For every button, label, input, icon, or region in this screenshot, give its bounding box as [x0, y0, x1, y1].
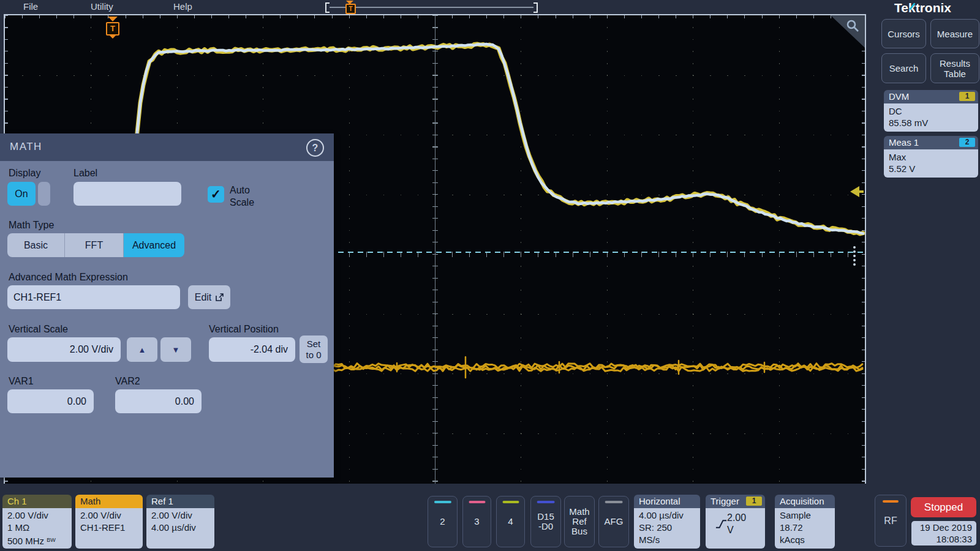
horizontal-scale: 4.00 µs/div	[639, 509, 695, 522]
horizontal-badge[interactable]: Horizontal 4.00 µs/div SR: 250 MS/s RL: …	[634, 495, 700, 549]
channel-2-button[interactable]: 2	[428, 496, 458, 547]
acquisition-badge-header: Acquisition	[775, 495, 835, 508]
ref1-hscale: 4.00 µs/div	[151, 522, 209, 534]
var1-input[interactable]: 0.00	[7, 389, 94, 413]
rising-edge-slope-icon	[715, 519, 727, 529]
meas1-badge[interactable]: Meas 1 2 Max 5.52 V	[884, 136, 978, 178]
var1-label: VAR1	[9, 376, 34, 387]
trigger-source-badge: 1	[746, 497, 762, 506]
channel-3-button[interactable]: 3	[462, 496, 491, 547]
meas1-source-badge: 2	[959, 138, 975, 147]
math-type-advanced[interactable]: Advanced	[124, 233, 184, 257]
channel-4-button[interactable]: 4	[496, 496, 525, 547]
math-ref-bus-button[interactable]: Math Ref Bus	[564, 496, 595, 547]
math-type-fft[interactable]: FFT	[65, 233, 124, 257]
math-type-group: Basic FFT Advanced	[7, 233, 184, 257]
menu-file[interactable]: File	[23, 1, 38, 12]
hpos-track	[330, 7, 533, 8]
bandwidth-suffix: BW	[47, 537, 56, 543]
display-on-button[interactable]: On	[7, 182, 36, 206]
math-ref-bus-label: Math Ref Bus	[569, 507, 589, 536]
hpos-left-bracket	[325, 2, 330, 13]
trigger-flag-label: T	[106, 22, 119, 36]
label-label: Label	[74, 168, 97, 179]
edit-button-label: Edit	[195, 292, 212, 303]
digital-channels-color-bar	[537, 501, 555, 503]
channel-3-color-bar	[469, 501, 485, 503]
label-input[interactable]	[74, 182, 181, 206]
dvm-value: 85.58 mV	[889, 117, 973, 129]
horizontal-badge-body: 4.00 µs/div SR: 250 MS/s RL: 10 kpts	[634, 508, 700, 549]
menu-utility[interactable]: Utility	[91, 1, 113, 12]
dvm-badge[interactable]: DVM 1 DC 85.58 mV	[884, 90, 978, 132]
math-trace-drag-handle[interactable]	[853, 246, 856, 266]
set-to-zero-button[interactable]: Set to 0	[300, 335, 328, 363]
expression-label: Advanced Math Expression	[9, 272, 128, 283]
rf-button[interactable]: RF	[875, 495, 907, 547]
display-off-segment[interactable]	[38, 182, 50, 206]
math-badge-header: Math	[75, 495, 143, 508]
tektronix-logo: Tektronix	[894, 1, 951, 15]
horizontal-record-length: RL: 10 kpts	[639, 546, 695, 549]
menu-bar: File Utility Help T	[0, 0, 980, 14]
hpos-right-bracket	[533, 2, 538, 13]
math-panel-header[interactable]: MATH ?	[0, 133, 334, 161]
math-type-basic[interactable]: Basic	[7, 233, 65, 257]
scale-up-button[interactable]: ▲	[127, 337, 157, 362]
math-scale: 2.00 V/div	[80, 509, 138, 522]
dvm-title: DVM	[889, 91, 909, 102]
meas1-badge-header: Meas 1 2	[884, 136, 978, 149]
dvm-badge-body: DC 85.58 mV	[884, 103, 978, 132]
digital-channels-button[interactable]: D15 -D0	[530, 496, 561, 547]
up-arrow-icon: ▲	[138, 345, 146, 354]
search-button[interactable]: Search	[881, 53, 926, 83]
vertical-position-input[interactable]: -2.04 div	[209, 337, 295, 362]
acquisition-count: 18.72 kAcqs	[780, 522, 830, 546]
expression-input[interactable]: CH1-REF1	[7, 285, 180, 309]
hpos-trigger-marker[interactable]: T	[345, 4, 356, 14]
scale-down-button[interactable]: ▼	[160, 337, 191, 362]
bottom-bar: Ch 1 2.00 V/div 1 MΩ 500 MHz BW Math 2.0…	[0, 484, 980, 551]
results-table-button[interactable]: Results Table	[930, 53, 979, 83]
date: 19 Dec 2019	[911, 522, 972, 533]
run-state-indicator[interactable]: Stopped	[911, 497, 976, 517]
help-icon[interactable]: ?	[306, 139, 324, 157]
edit-external-icon	[216, 293, 224, 301]
autoscale-checkbox[interactable]: ✓	[208, 186, 224, 203]
datetime-display: 19 Dec 2019 18:08:33	[911, 521, 976, 545]
ref1-badge-header: Ref 1	[146, 495, 214, 508]
trigger-level-arrow-icon[interactable]	[850, 186, 859, 197]
trigger-title: Trigger	[710, 496, 739, 506]
trigger-badge[interactable]: Trigger 1 2.00 V	[706, 495, 765, 549]
ch1-scale: 2.00 V/div	[7, 509, 67, 522]
trigger-position-flag[interactable]: T	[105, 17, 120, 39]
ch1-badge[interactable]: Ch 1 2.00 V/div 1 MΩ 500 MHz BW	[2, 495, 72, 549]
acquisition-badge-body: Sample 18.72 kAcqs	[775, 508, 835, 549]
math-badge[interactable]: Math 2.00 V/div CH1-REF1	[75, 495, 143, 549]
autoscale-label: Auto Scale	[230, 184, 254, 209]
afg-button[interactable]: AFG	[598, 496, 629, 547]
ref1-badge-body: 2.00 V/div 4.00 µs/div	[146, 508, 214, 549]
math-ref-bus-color-bar	[571, 501, 589, 503]
dvm-source-badge: 1	[959, 92, 975, 101]
var2-input[interactable]: 0.00	[115, 389, 202, 413]
ch1-badge-body: 2.00 V/div 1 MΩ 500 MHz BW	[2, 508, 72, 549]
menu-help[interactable]: Help	[173, 1, 192, 12]
vertical-scale-label: Vertical Scale	[9, 324, 68, 335]
acquisition-badge[interactable]: Acquisition Sample 18.72 kAcqs	[775, 495, 835, 549]
ref1-badge[interactable]: Ref 1 2.00 V/div 4.00 µs/div	[146, 495, 214, 549]
rf-label: RF	[884, 515, 897, 527]
vertical-scale-input[interactable]: 2.00 V/div	[7, 337, 121, 362]
trigger-badge-body: 2.00 V	[706, 508, 765, 549]
ch1-bandwidth: 500 MHz BW	[7, 534, 67, 547]
channel-3-label: 3	[474, 517, 479, 527]
math-panel-title: MATH	[10, 141, 42, 153]
ref1-vscale: 2.00 V/div	[151, 509, 209, 522]
channel-4-label: 4	[508, 517, 513, 527]
edit-button[interactable]: Edit	[188, 285, 230, 309]
trigger-flag-notch-icon	[110, 36, 116, 39]
meas1-mode: Max	[889, 151, 973, 163]
var2-label: VAR2	[115, 376, 140, 387]
measure-button[interactable]: Measure	[930, 19, 979, 48]
cursors-button[interactable]: Cursors	[881, 19, 926, 48]
